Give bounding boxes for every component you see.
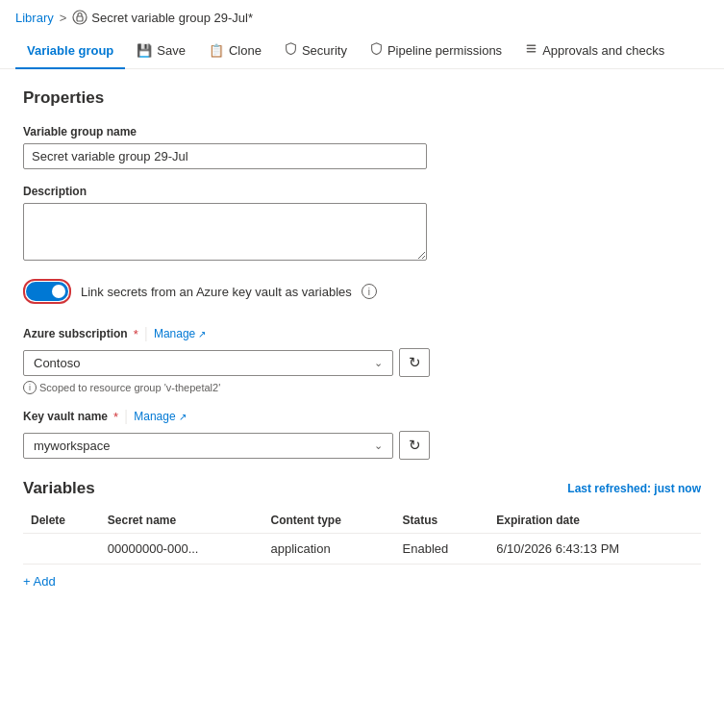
azure-subscription-refresh-button[interactable]: ↻ — [399, 348, 430, 377]
manage-label: Manage — [154, 327, 195, 340]
scoped-text-label: Scoped to resource group 'v-thepetal2' — [39, 382, 220, 393]
col-secret-name: Secret name — [100, 508, 263, 534]
tab-save-label: Save — [157, 43, 186, 58]
variable-group-name-input[interactable] — [23, 143, 427, 169]
external-link-icon: ↗ — [198, 329, 206, 339]
svg-rect-4 — [527, 51, 537, 53]
pipe-separator: | — [144, 325, 148, 342]
breadcrumb-current-page: Secret variable group 29-Jul* — [91, 11, 253, 25]
toggle-wrapper — [23, 279, 71, 304]
add-variable-button[interactable]: + Add — [23, 565, 56, 598]
refresh-icon: ↻ — [409, 354, 421, 371]
clone-icon: 📋 — [209, 43, 224, 58]
tab-clone-label: Clone — [229, 43, 262, 58]
cell-delete — [23, 534, 100, 565]
svg-rect-2 — [527, 44, 537, 46]
variables-section: Variables Last refreshed: just now Delet… — [23, 479, 701, 598]
last-refreshed: Last refreshed: just now — [567, 482, 701, 495]
key-vault-manage-label: Manage — [134, 410, 175, 423]
azure-keyvault-toggle[interactable] — [26, 282, 68, 301]
pipe-separator-2: | — [124, 408, 128, 425]
azure-subscription-dropdown-row: Contoso ⌄ ↻ — [23, 348, 701, 377]
tab-security[interactable]: Security — [273, 33, 359, 69]
col-delete: Delete — [23, 508, 100, 534]
security-icon — [285, 42, 297, 58]
azure-subscription-manage-link[interactable]: Manage ↗ — [154, 327, 206, 340]
key-vault-dropdown-row: myworkspace ⌄ ↻ — [23, 431, 701, 460]
variables-header: Variables Last refreshed: just now — [23, 479, 701, 498]
save-icon: 💾 — [137, 43, 152, 58]
library-link[interactable]: Library — [15, 11, 54, 25]
col-content-type: Content type — [263, 508, 395, 534]
col-status: Status — [395, 508, 489, 534]
cell-secret-name: 00000000-000... — [100, 534, 263, 565]
key-vault-value: myworkspace — [34, 439, 110, 453]
tab-variable-group[interactable]: Variable group — [15, 34, 125, 69]
breadcrumb: Library > Secret variable group 29-Jul* — [0, 0, 724, 33]
variable-group-name-label: Variable group name — [23, 125, 701, 138]
description-field: Description — [23, 185, 701, 264]
key-vault-manage-link[interactable]: Manage ↗ — [134, 410, 186, 423]
tab-clone[interactable]: 📋 Clone — [197, 34, 273, 69]
svg-rect-1 — [77, 16, 83, 21]
tab-pipeline-permissions-label: Pipeline permissions — [387, 43, 502, 58]
key-vault-header: Key vault name * | Manage ↗ — [23, 408, 701, 425]
azure-subscription-label: Azure subscription — [23, 327, 128, 340]
main-content: Properties Variable group name Descripti… — [0, 69, 724, 617]
dropdown-chevron-icon: ⌄ — [374, 357, 383, 369]
properties-section: Properties Variable group name Descripti… — [23, 88, 701, 304]
key-vault-required: * — [113, 410, 118, 424]
toggle-row: Link secrets from an Azure key vault as … — [23, 279, 701, 304]
col-expiration-date: Expiration date — [488, 508, 701, 534]
secret-variable-group-icon — [72, 10, 87, 25]
key-vault-section: Key vault name * | Manage ↗ myworkspace … — [23, 408, 701, 460]
description-input[interactable] — [23, 203, 427, 261]
tab-approvals-checks-label: Approvals and checks — [542, 43, 664, 58]
breadcrumb-separator: > — [60, 11, 67, 25]
properties-title: Properties — [23, 88, 701, 108]
cell-expiration-date: 6/10/2026 6:43:13 PM — [488, 534, 701, 565]
tab-variable-group-label: Variable group — [27, 43, 113, 58]
toggle-label: Link secrets from an Azure key vault as … — [81, 285, 352, 299]
variables-table: Delete Secret name Content type Status E… — [23, 508, 701, 565]
variables-title: Variables — [23, 479, 95, 498]
azure-subscription-value: Contoso — [34, 356, 80, 370]
toolbar: Variable group 💾 Save 📋 Clone Security P… — [0, 33, 724, 69]
tab-security-label: Security — [302, 43, 347, 58]
azure-subscription-section: Azure subscription * | Manage ↗ Contoso … — [23, 325, 701, 394]
svg-rect-3 — [527, 48, 537, 50]
toggle-info-icon[interactable]: i — [362, 284, 377, 299]
description-label: Description — [23, 185, 701, 198]
scoped-info-icon: i — [23, 381, 37, 394]
cell-status: Enabled — [395, 534, 489, 565]
tab-save[interactable]: 💾 Save — [125, 34, 197, 69]
cell-content-type: application — [263, 534, 395, 565]
azure-subscription-required: * — [134, 327, 138, 341]
add-variable-label: + Add — [23, 574, 56, 589]
table-row: 00000000-000... application Enabled 6/10… — [23, 534, 701, 565]
key-vault-refresh-button[interactable]: ↻ — [399, 431, 430, 460]
azure-subscription-dropdown[interactable]: Contoso ⌄ — [23, 350, 393, 376]
scoped-text: i Scoped to resource group 'v-thepetal2' — [23, 381, 701, 394]
toggle-thumb — [52, 285, 65, 298]
approvals-checks-icon — [525, 42, 537, 58]
azure-subscription-header: Azure subscription * | Manage ↗ — [23, 325, 701, 342]
key-vault-dropdown[interactable]: myworkspace ⌄ — [23, 433, 393, 459]
key-vault-external-link-icon: ↗ — [179, 412, 187, 422]
variable-group-name-field: Variable group name — [23, 125, 701, 169]
pipeline-permissions-icon — [370, 42, 383, 58]
tab-approvals-checks[interactable]: Approvals and checks — [513, 33, 676, 69]
key-vault-dropdown-chevron-icon: ⌄ — [374, 439, 383, 452]
tab-pipeline-permissions[interactable]: Pipeline permissions — [359, 33, 513, 69]
key-vault-refresh-icon: ↻ — [409, 437, 421, 454]
key-vault-label: Key vault name — [23, 410, 108, 423]
